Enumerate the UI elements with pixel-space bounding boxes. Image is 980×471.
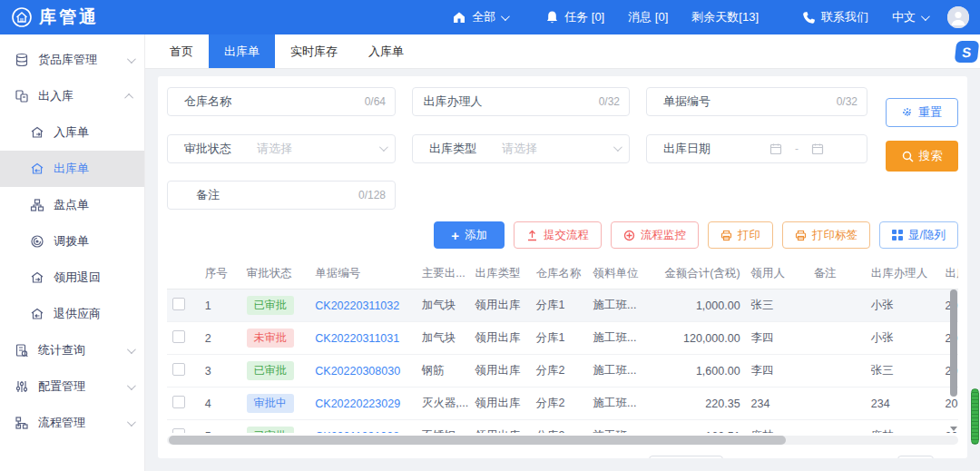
tab-home[interactable]: 首页 [154,34,209,68]
remark-field[interactable]: 备注 0/128 [167,181,396,210]
table-vertical-scrollbar[interactable] [949,288,958,431]
table-row[interactable]: 3 已审批 CK20220308030 钢筋 领用出库 分库2 施工班... 1… [167,355,958,388]
tab-label: 入库单 [368,44,404,60]
flow-monitor-button[interactable]: 流程监控 [611,221,699,249]
scope-selector[interactable]: 全部 [452,9,507,25]
sidebar-item-label: 货品库管理 [38,52,97,68]
print-button[interactable]: 打印 [708,221,773,249]
table-row[interactable]: 4 审批中 CK20220223029 灭火器,... 领用出库 分库2 施工班… [167,388,958,420]
doc-number-field[interactable]: 单据编号 0/32 [646,87,867,116]
outbound-date-range[interactable]: 出库日期 - [646,134,867,163]
cell-no: 4 [200,388,241,420]
scroll-down-arrow-icon[interactable] [950,427,957,431]
pagination: 共 25 条 10条/页 ‹ 1 2 3 › 前往 页 [167,456,958,458]
app-logo[interactable]: 库管通 [11,5,99,29]
table-row[interactable]: 2 未审批 CK20220311031 加气块 领用出库 分库1 施工班... … [167,322,958,355]
field-label: 出库办理人 [413,88,493,115]
messages-link[interactable]: 消息 [0] [628,9,668,25]
row-checkbox[interactable] [172,298,185,310]
handler-field[interactable]: 出库办理人 0/32 [412,87,630,116]
char-counter: 0/32 [837,95,858,108]
add-label: 添加 [465,228,487,243]
chevron-down-icon [127,345,136,354]
avatar[interactable] [947,6,969,28]
tab-realtime-stock[interactable]: 实时库存 [275,34,353,68]
warehouse-name-field[interactable]: 仓库名称 0/64 [167,87,396,116]
sidebar-item-inbound[interactable]: 入库单 [0,114,144,151]
calendar-icon[interactable] [811,142,824,155]
sidebar-item-label: 统计查询 [38,342,85,358]
approval-status-select[interactable]: 审批状态 请选择 [167,134,396,163]
chevron-down-icon [127,54,136,64]
submit-flow-button[interactable]: 提交流程 [514,221,602,249]
monitor-icon [623,230,635,241]
outbound-type-select[interactable]: 出库类型 请选择 [412,134,630,163]
header-item: 主要出... [416,259,470,289]
search-icon [902,151,914,162]
doc-link[interactable]: CK20220311031 [315,332,399,345]
sidebar-item-goods[interactable]: 货品库管理 [0,42,144,78]
status-badge: 审批中 [247,394,294,413]
report-icon [14,343,29,358]
doc-link[interactable]: CK20220308030 [315,365,400,378]
table-row[interactable]: 1 已审批 CK20220311032 加气块 领用出库 分库1 施工班... … [167,289,958,322]
outbound-table: 序号 审批状态 单据编号 主要出... 出库类型 仓库名称 领料单位 金额合计(… [167,259,958,433]
assistant-widget-icon[interactable]: S [955,41,980,63]
table-horizontal-scrollbar[interactable] [167,436,958,445]
sidebar-item-stocktake[interactable]: 盘点单 [0,187,144,223]
sidebar-item-label: 流程管理 [38,415,85,431]
row-checkbox[interactable] [172,330,185,343]
sidebar-item-outbound[interactable]: 出库单 [0,151,144,187]
row-checkbox[interactable] [172,363,185,376]
sidebar-item-flow[interactable]: 流程管理 [0,405,144,441]
page-scrollbar-thumb[interactable] [971,388,979,445]
cell-warehouse: 分库1 [531,289,588,322]
cell-remark [808,420,866,434]
cell-no: 2 [200,322,241,355]
cell-unit: 施工班... [588,388,651,420]
doc-link[interactable]: CK20211231028 [315,430,399,434]
goto-page-input[interactable] [897,456,934,458]
doc-link[interactable]: CK20220311032 [315,299,399,312]
tab-inbound[interactable]: 入库单 [353,34,419,68]
sidebar-item-stats[interactable]: 统计查询 [0,332,144,368]
sidebar-item-return[interactable]: 领用退回 [0,260,144,296]
reset-button[interactable]: 重置 [886,98,958,127]
days-left-badge[interactable]: 剩余天数[13] [691,9,759,25]
contact-link[interactable]: 联系我们 [802,9,868,25]
calendar-icon[interactable] [769,142,782,155]
show-hide-columns-button[interactable]: 显/隐列 [879,221,958,249]
header-checkbox-col [167,259,200,289]
tasks-link[interactable]: 任务 [0] [545,9,604,25]
scrollbar-thumb[interactable] [169,436,786,445]
sidebar-item-label: 出入库 [38,88,74,104]
field-label: 备注 [168,182,248,209]
print-tag-label: 打印标签 [812,228,858,243]
printer-icon [720,230,732,241]
tasks-label: 任务 [0] [564,9,604,25]
sidebar-item-label: 退供应商 [54,306,101,322]
per-page-select[interactable]: 10条/页 [649,456,722,458]
chevron-down-icon [921,12,930,21]
topbar: 库管通 全部 任务 [0] 消息 [0] 剩余天数[13] 联系我们 中文 [0,0,980,34]
add-button[interactable]: +添加 [434,221,505,249]
cell-item: 灭火器,... [416,388,470,420]
status-badge: 未审批 [247,329,294,348]
row-checkbox[interactable] [172,396,185,408]
sidebar-item-return-supplier[interactable]: 退供应商 [0,296,144,332]
row-checkbox[interactable] [172,428,185,433]
language-selector[interactable]: 中文 [892,9,927,25]
sidebar-item-transfer[interactable]: 调拨单 [0,223,144,260]
tab-outbound[interactable]: 出库单 [209,34,275,68]
cell-remark [808,322,866,355]
sidebar-item-label: 领用退回 [54,270,101,286]
sidebar-item-inout[interactable]: 出入库 [0,78,144,114]
doc-link[interactable]: CK20220223029 [315,397,400,410]
table-row[interactable]: 5 已审批 CK20211231028 不锈钢... 领用出库 分库2 施工班.… [167,420,958,434]
print-label-button[interactable]: 打印标签 [782,221,870,249]
sidebar-item-label: 出库单 [54,161,89,177]
status-badge: 已审批 [247,361,294,380]
scrollbar-thumb[interactable] [950,289,957,397]
search-button[interactable]: 搜索 [886,141,958,172]
sidebar-item-config[interactable]: 配置管理 [0,368,144,405]
